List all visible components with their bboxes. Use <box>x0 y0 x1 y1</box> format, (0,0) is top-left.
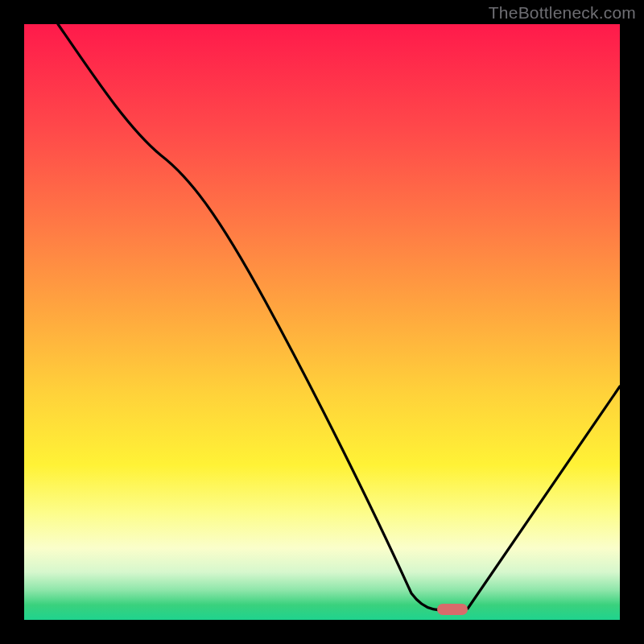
chart-frame: TheBottleneck.com <box>0 0 644 644</box>
plot-area <box>24 24 620 620</box>
curve-layer <box>24 24 620 620</box>
optimal-marker <box>437 604 468 615</box>
credit-text: TheBottleneck.com <box>489 3 636 23</box>
bottleneck-curve <box>58 24 620 610</box>
